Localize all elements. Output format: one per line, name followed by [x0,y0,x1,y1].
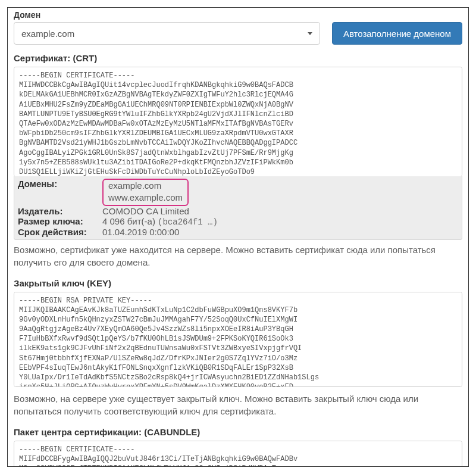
info-domain-2: www.example.com [108,192,183,202]
cabundle-textarea[interactable] [14,441,462,467]
autofill-button[interactable]: Автозаполнение доменом [332,22,462,45]
info-keysize-value: 4 096 бит(-а) [102,216,158,226]
chevron-down-icon [308,32,312,35]
key-textarea[interactable] [14,292,462,387]
info-domains-label: Домены: [18,179,102,206]
cert-help-text: Возможно, сертификат уже находится на се… [14,244,462,269]
info-keyhash-value: (bca264f1 …) [158,217,218,227]
info-issuer-label: Издатель: [18,206,102,216]
info-keysize-label: Размер ключа: [18,216,102,227]
key-title: Закрытый ключ (KEY) [14,278,462,288]
autofill-button-label: Автозаполнение доменом [343,29,451,39]
cert-textarea[interactable] [14,67,462,177]
info-expiry-label: Срок действия: [18,227,102,237]
cabundle-title: Пакет центра сертификации: (CABUNDLE) [14,427,462,437]
info-domain-1: example.com [108,180,161,191]
domain-select[interactable]: example.com [14,22,320,45]
key-help-text: Возможно, на сервере уже существует закр… [14,392,462,417]
domain-select-value: example.com [21,29,308,39]
info-issuer-value: COMODO CA Limited [102,206,458,216]
domain-label: Домен [14,10,462,20]
domain-row: example.com Автозаполнение доменом [14,22,462,45]
info-domains-highlight: example.com www.example.com [102,179,189,206]
cert-infobox: Домены: example.com www.example.com Изда… [14,176,462,240]
info-expiry-value: 01.04.2019 0:00:00 [102,227,458,237]
cert-title: Сертификат: (CRT) [14,53,462,63]
